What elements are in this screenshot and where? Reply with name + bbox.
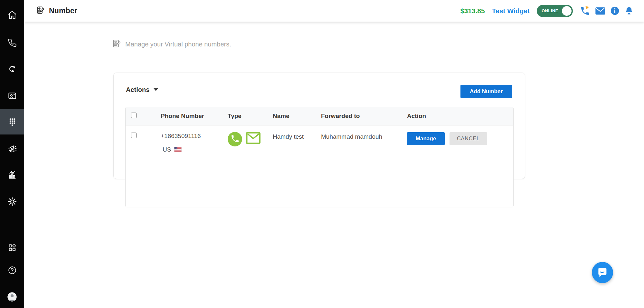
app-window: Number $313.85 Test Widget ONLINE Manage… — [0, 0, 644, 308]
info-icon[interactable] — [610, 6, 620, 15]
select-all-cell — [126, 113, 155, 120]
sidebar-item-help[interactable] — [0, 261, 24, 279]
phone-country: US — [161, 146, 222, 153]
manage-button[interactable]: Manage — [407, 132, 445, 145]
top-header: Number $313.85 Test Widget ONLINE — [24, 0, 644, 22]
cancel-button[interactable]: CANCEL — [450, 132, 487, 145]
header-actions: $313.85 Test Widget ONLINE — [460, 5, 644, 17]
sidebar-item-apps[interactable] — [0, 239, 24, 257]
column-header-action: Action — [402, 113, 513, 120]
document-edit-icon — [36, 6, 45, 16]
chat-launcher-button[interactable] — [592, 262, 613, 283]
sidebar-item-settings[interactable] — [0, 193, 24, 211]
toggle-knob — [562, 6, 572, 16]
table-row: +18635091116 US Hamdy test Muhammad mamd… — [126, 125, 513, 166]
table-header-row: Phone Number Type Name Forwarded to Acti… — [126, 107, 513, 125]
phone-number-value: +18635091116 — [161, 133, 222, 140]
gear-icon — [7, 197, 17, 206]
bar-chart-icon — [7, 170, 17, 180]
call-type-icon — [228, 132, 242, 148]
phone-handset-icon — [8, 38, 17, 47]
apps-grid-icon — [8, 243, 17, 252]
page-subtitle: Manage your Virtual phone numbers. — [112, 39, 231, 49]
user-avatar — [7, 292, 17, 302]
header-title-group: Number — [24, 6, 77, 16]
sidebar-item-numbers[interactable] — [0, 109, 24, 134]
sidebar-item-calls[interactable] — [0, 34, 24, 52]
column-header-name: Name — [267, 113, 316, 120]
subtitle-text: Manage your Virtual phone numbers. — [125, 41, 231, 48]
question-circle-icon — [8, 266, 17, 275]
action-cell: Manage CANCEL — [402, 125, 513, 145]
column-header-type: Type — [222, 113, 267, 120]
sidebar-item-contacts[interactable] — [0, 87, 24, 105]
sidebar-item-campaigns[interactable] — [0, 60, 24, 78]
online-status-toggle[interactable]: ONLINE — [537, 5, 573, 17]
home-icon — [7, 10, 17, 20]
row-select-cell — [126, 125, 155, 140]
account-balance: $313.85 — [460, 7, 485, 15]
test-widget-link[interactable]: Test Widget — [492, 7, 530, 15]
row-checkbox[interactable] — [131, 133, 137, 138]
country-code: US — [163, 146, 171, 153]
add-number-button[interactable]: Add Number — [460, 85, 512, 98]
actions-dropdown[interactable]: Actions — [126, 83, 158, 96]
phone-call-icon[interactable] — [580, 6, 590, 16]
dialpad-icon — [7, 117, 17, 127]
select-all-checkbox[interactable] — [131, 113, 137, 118]
actions-label: Actions — [126, 86, 149, 94]
header-icon-group — [580, 6, 634, 16]
numbers-table: Phone Number Type Name Forwarded to Acti… — [125, 107, 514, 207]
bell-icon[interactable] — [624, 6, 634, 15]
column-header-forwarded-to: Forwarded to — [316, 113, 402, 120]
sidebar — [0, 0, 24, 308]
numbers-card: Actions Add Number Phone Number Type Nam… — [113, 73, 525, 179]
document-edit-icon — [112, 39, 121, 49]
type-cell — [222, 125, 267, 148]
toggle-label: ONLINE — [542, 8, 558, 13]
column-header-phone-number: Phone Number — [155, 113, 222, 120]
sidebar-item-reports[interactable] — [0, 166, 24, 184]
magnet-icon — [7, 64, 17, 74]
sidebar-item-account[interactable] — [0, 288, 24, 306]
chat-bubble-icon — [597, 266, 608, 279]
page-title: Number — [49, 6, 77, 15]
mail-icon[interactable] — [595, 7, 605, 15]
sms-type-icon — [246, 132, 260, 145]
phone-number-cell: +18635091116 US — [155, 125, 222, 153]
contact-card-icon — [7, 91, 17, 101]
name-cell: Hamdy test — [267, 125, 316, 140]
sidebar-item-home[interactable] — [0, 6, 24, 24]
sidebar-item-broadcast[interactable] — [0, 140, 24, 158]
chevron-down-icon — [154, 88, 158, 91]
forwarded-to-cell: Muhammad mamdouh — [316, 125, 402, 140]
us-flag-icon — [174, 146, 182, 153]
megaphone-icon — [7, 144, 17, 154]
